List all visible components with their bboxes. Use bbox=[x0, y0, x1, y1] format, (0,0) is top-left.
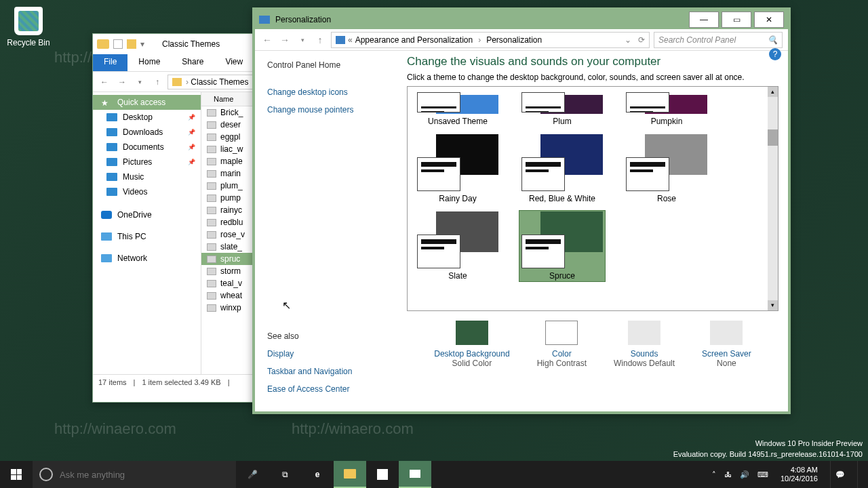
close-button[interactable]: ✕ bbox=[754, 12, 784, 28]
folder-icon bbox=[97, 39, 109, 49]
link-ease-of-access[interactable]: Ease of Access Center bbox=[267, 384, 385, 394]
sidebar-videos[interactable]: Videos bbox=[93, 184, 201, 199]
task-view-button[interactable]: ⧉ bbox=[269, 461, 301, 488]
star-icon: ★ bbox=[101, 98, 112, 106]
cp-navbar: ← → ▾ ↑ « Appearance and Personalization… bbox=[255, 29, 788, 51]
file-name: Brick_ bbox=[220, 108, 243, 117]
start-button[interactable] bbox=[0, 461, 33, 488]
search-input[interactable] bbox=[60, 470, 229, 480]
ribbon-tab-file[interactable]: File bbox=[93, 54, 127, 71]
theme-item[interactable]: Slate bbox=[414, 210, 501, 282]
taskbar-app-store[interactable] bbox=[366, 461, 399, 488]
ribbon-tab-share[interactable]: Share bbox=[171, 54, 214, 71]
theme-name: Red, Blue & White bbox=[520, 194, 604, 203]
file-name: maple bbox=[220, 157, 243, 166]
theme-item[interactable]: Plum bbox=[519, 88, 606, 127]
page-heading: Change the visuals and sounds on your co… bbox=[407, 55, 778, 68]
link-change-mouse-pointers[interactable]: Change mouse pointers bbox=[267, 105, 385, 115]
sidebar-item-label: Pictures bbox=[123, 157, 152, 167]
theme-list: Unsaved ThemePlumPumpkinRainy DayRed, Bl… bbox=[407, 86, 778, 311]
tray-network-icon[interactable]: 🖧 bbox=[724, 470, 732, 479]
theme-setting[interactable]: ColorHigh Contrast bbox=[537, 321, 587, 368]
breadcrumb[interactable]: « Appearance and Personalization › Perso… bbox=[331, 32, 650, 48]
theme-setting[interactable]: Screen SaverNone bbox=[702, 321, 751, 368]
theme-setting[interactable]: SoundsWindows Default bbox=[614, 321, 675, 368]
theme-item[interactable]: Rainy Day bbox=[414, 133, 501, 205]
file-name: winxp bbox=[220, 303, 241, 312]
theme-name: Spruce bbox=[520, 271, 604, 281]
cp-titlebar[interactable]: Personalization — ▭ ✕ bbox=[255, 10, 788, 29]
tray-volume-icon[interactable]: 🔊 bbox=[740, 470, 749, 479]
sidebar-network[interactable]: Network bbox=[93, 251, 201, 266]
pc-icon bbox=[101, 232, 112, 241]
scrollbar[interactable]: ▴ ▾ bbox=[768, 87, 778, 310]
theme-file-icon bbox=[207, 304, 216, 312]
recycle-bin[interactable]: Recycle Bin bbox=[5, 7, 52, 47]
show-desktop-button[interactable] bbox=[857, 461, 867, 488]
taskbar-app-control-panel[interactable] bbox=[399, 461, 431, 488]
theme-item[interactable]: Red, Blue & White bbox=[519, 133, 606, 205]
pin-icon: 📌 bbox=[188, 144, 195, 150]
link-change-desktop-icons[interactable]: Change desktop icons bbox=[267, 87, 385, 97]
sidebar-downloads[interactable]: Downloads📌 bbox=[93, 125, 201, 140]
maximize-button[interactable]: ▭ bbox=[722, 12, 751, 28]
build-line: Windows 10 Pro Insider Preview bbox=[673, 439, 863, 449]
sidebar-pictures[interactable]: Pictures📌 bbox=[93, 155, 201, 169]
link-display[interactable]: Display bbox=[267, 349, 385, 359]
ribbon-tab-home[interactable]: Home bbox=[127, 54, 171, 71]
back-button[interactable]: ← bbox=[97, 75, 112, 89]
theme-setting[interactable]: Desktop BackgroundSolid Color bbox=[434, 321, 509, 368]
up-button[interactable]: ↑ bbox=[313, 35, 327, 45]
notifications-button[interactable]: 💬 bbox=[830, 461, 849, 488]
file-name: slate_ bbox=[220, 242, 242, 251]
sidebar-desktop[interactable]: Desktop📌 bbox=[93, 110, 201, 125]
recycle-bin-label: Recycle Bin bbox=[7, 38, 50, 47]
forward-button[interactable]: → bbox=[115, 75, 130, 89]
sidebar-documents[interactable]: Documents📌 bbox=[93, 140, 201, 155]
taskbar: 🎤 ⧉ e ˄ 🖧 🔊 ⌨ 4:08 AM 10/24/2016 💬 bbox=[0, 461, 868, 488]
theme-item[interactable]: Rose bbox=[623, 133, 710, 205]
search-bar[interactable] bbox=[33, 461, 236, 488]
forward-button[interactable]: → bbox=[278, 35, 292, 45]
sidebar-item-label: Documents bbox=[123, 142, 164, 152]
ribbon-tab-view[interactable]: View bbox=[214, 54, 254, 71]
minimize-button[interactable]: — bbox=[689, 12, 719, 28]
scroll-up-button[interactable]: ▴ bbox=[768, 87, 778, 97]
scroll-thumb[interactable] bbox=[768, 129, 778, 146]
sidebar-music[interactable]: Music bbox=[93, 169, 201, 184]
control-panel-home[interactable]: Control Panel Home bbox=[267, 60, 385, 70]
theme-item[interactable]: Spruce bbox=[519, 210, 606, 282]
clock[interactable]: 4:08 AM 10/24/2016 bbox=[776, 466, 822, 483]
scroll-down-button[interactable]: ▾ bbox=[768, 300, 778, 310]
clock-date: 10/24/2016 bbox=[781, 474, 818, 483]
theme-name: Pumpkin bbox=[625, 117, 709, 126]
sidebar-this-pc[interactable]: This PC bbox=[93, 229, 201, 244]
back-button[interactable]: ← bbox=[260, 35, 274, 45]
sidebar-quick-access[interactable]: ★Quick access bbox=[93, 95, 201, 110]
file-name: teal_v bbox=[220, 279, 242, 288]
theme-item[interactable]: Unsaved Theme bbox=[414, 88, 501, 127]
explorer-sidebar: ★Quick access Desktop📌 Downloads📌 Docume… bbox=[93, 92, 201, 374]
theme-file-icon bbox=[207, 231, 216, 239]
history-button[interactable]: ▾ bbox=[132, 75, 147, 89]
pin-icon: 📌 bbox=[188, 159, 195, 165]
help-icon[interactable]: ? bbox=[769, 48, 781, 60]
search-icon: 🔍 bbox=[768, 35, 778, 45]
history-button[interactable]: ▾ bbox=[296, 37, 309, 43]
sidebar-onedrive[interactable]: OneDrive bbox=[93, 207, 201, 222]
mic-button[interactable]: 🎤 bbox=[236, 461, 269, 488]
theme-item[interactable]: Pumpkin bbox=[623, 88, 710, 127]
qat-icon[interactable] bbox=[127, 39, 136, 49]
tray-ime-icon[interactable]: ⌨ bbox=[757, 470, 768, 479]
link-taskbar-navigation[interactable]: Taskbar and Navigation bbox=[267, 367, 385, 376]
breadcrumb-segment[interactable]: Appearance and Personalization bbox=[355, 35, 473, 45]
see-also-header: See also bbox=[267, 331, 385, 341]
breadcrumb-segment[interactable]: Personalization bbox=[486, 35, 542, 45]
taskbar-app-edge[interactable]: e bbox=[301, 461, 334, 488]
qat-icon[interactable] bbox=[113, 39, 123, 49]
file-name: spruc bbox=[220, 254, 240, 264]
search-box[interactable]: Search Control Panel 🔍 bbox=[654, 32, 783, 48]
taskbar-app-explorer[interactable] bbox=[334, 461, 366, 488]
up-button[interactable]: ↑ bbox=[150, 75, 165, 89]
tray-chevron-icon[interactable]: ˄ bbox=[712, 470, 716, 479]
